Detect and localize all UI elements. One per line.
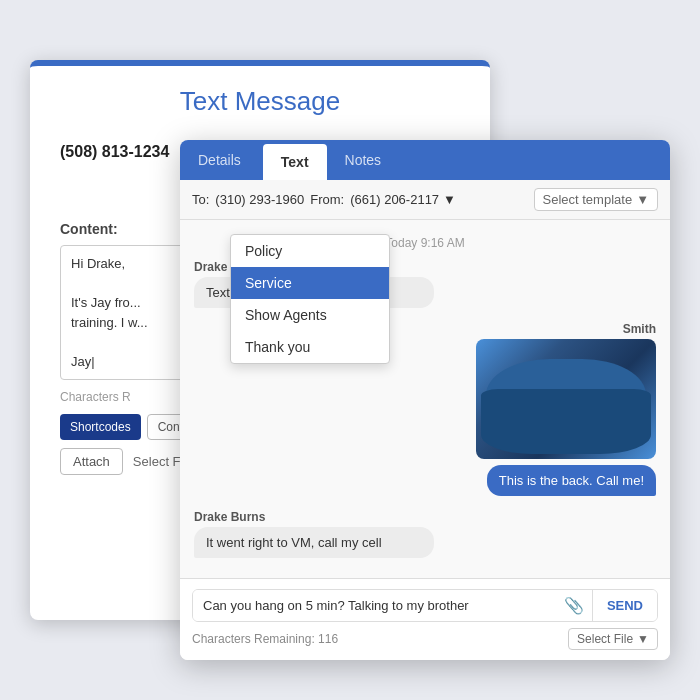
template-select-right[interactable]: Select template ▼ [534, 188, 658, 211]
dropdown-item-policy[interactable]: Policy [231, 235, 389, 267]
dropdown-item-thank-you[interactable]: Thank you [231, 331, 389, 363]
attachment-icon[interactable]: 📎 [556, 590, 592, 621]
chevron-down-icon: ▼ [636, 192, 649, 207]
select-file-label: Select File [577, 632, 633, 646]
tab-notes[interactable]: Notes [327, 142, 400, 178]
chevron-down-icon: ▼ [443, 192, 456, 207]
sender-name: Drake Burns [194, 510, 656, 524]
select-file-dropdown[interactable]: Select File ▼ [568, 628, 658, 650]
tab-text[interactable]: Text [263, 144, 327, 180]
template-dropdown-menu: Policy Service Show Agents Thank you [230, 234, 390, 364]
dropdown-item-service[interactable]: Service [231, 267, 389, 299]
to-from-bar: To: (310) 293-1960 From: (661) 206-2117 … [180, 180, 670, 220]
chat-input[interactable] [193, 590, 556, 621]
chevron-down-icon: ▼ [637, 632, 649, 646]
shortcodes-button[interactable]: Shortcodes [60, 414, 141, 440]
chat-row: Drake Burns It went right to VM, call my… [194, 510, 656, 558]
sender-name-right: Smith [623, 322, 656, 336]
tab-details[interactable]: Details [180, 142, 259, 178]
tabs-bar: Details Text Notes [180, 140, 670, 180]
car-image [476, 339, 656, 459]
bottom-row: Characters Remaining: 116 Select File ▼ [192, 628, 658, 650]
chars-remaining: Characters Remaining: 116 [192, 632, 338, 646]
to-number: (310) 293-1960 [215, 192, 304, 207]
from-number: (661) 206-2117 [350, 192, 439, 207]
message-bubble-right: This is the back. Call me! [487, 465, 656, 496]
send-button[interactable]: SEND [592, 590, 657, 621]
from-label: From: [310, 192, 344, 207]
from-number-dropdown[interactable]: (661) 206-2117 ▼ [350, 192, 456, 207]
dropdown-item-show-agents[interactable]: Show Agents [231, 299, 389, 331]
chat-input-bar: 📎 SEND Characters Remaining: 116 Select … [180, 578, 670, 660]
message-bubble-left: It went right to VM, call my cell [194, 527, 434, 558]
to-label: To: [192, 192, 209, 207]
template-select-label: Select template [543, 192, 633, 207]
attach-button[interactable]: Attach [60, 448, 123, 475]
input-row: 📎 SEND [192, 589, 658, 622]
front-panel: Details Text Notes To: (310) 293-1960 Fr… [180, 140, 670, 660]
page-title: Text Message [30, 66, 490, 127]
